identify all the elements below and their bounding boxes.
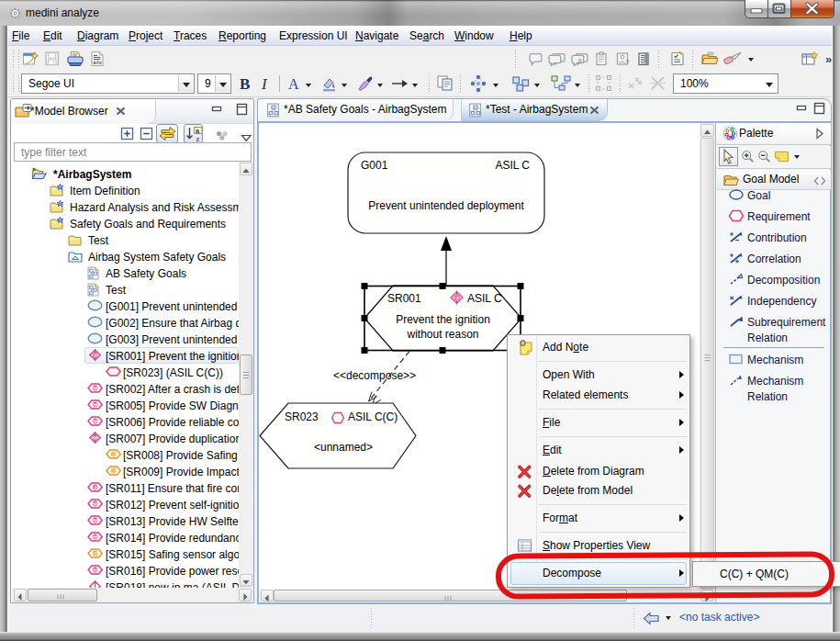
- svg-text:z: z: [196, 135, 200, 143]
- svg-text:?: ?: [625, 58, 630, 66]
- svg-text:S: S: [94, 550, 97, 556]
- svg-text:H: H: [112, 451, 116, 456]
- svg-text:F: F: [94, 484, 96, 489]
- svg-text:F: F: [94, 352, 96, 357]
- svg-text:F: F: [455, 295, 459, 300]
- svg-text:H: H: [112, 467, 116, 473]
